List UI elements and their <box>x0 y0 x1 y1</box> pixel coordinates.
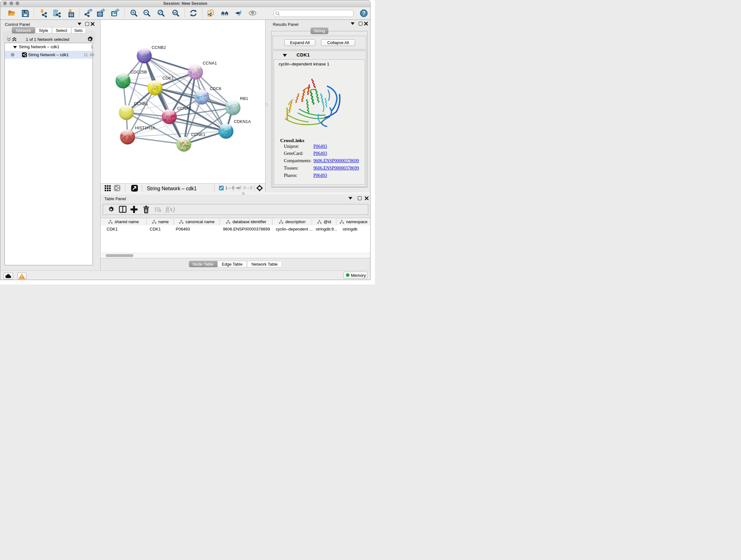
svg-text:CCNB1: CCNB1 <box>134 101 148 106</box>
svg-text:CCNA2: CCNA2 <box>177 106 192 111</box>
svg-text:HIST1H1A: HIST1H1A <box>135 125 155 130</box>
svg-text:CCNA1: CCNA1 <box>203 61 217 65</box>
svg-text:RB1: RB1 <box>240 96 248 101</box>
svg-text:CDC6: CDC6 <box>210 86 221 91</box>
svg-text:1 – 0: 1 – 0 <box>225 186 234 190</box>
svg-text:CCNE1: CCNE1 <box>191 132 205 137</box>
svg-text:CCNB2: CCNB2 <box>151 45 166 50</box>
svg-text:?: ? <box>362 10 365 16</box>
svg-text:CDK1: CDK1 <box>162 76 174 80</box>
svg-text:0 – 0: 0 – 0 <box>244 186 253 190</box>
svg-text:f(x): f(x) <box>165 205 175 213</box>
svg-text:CDKN1A: CDKN1A <box>234 119 251 124</box>
svg-text:CDC25B: CDC25B <box>131 70 147 74</box>
